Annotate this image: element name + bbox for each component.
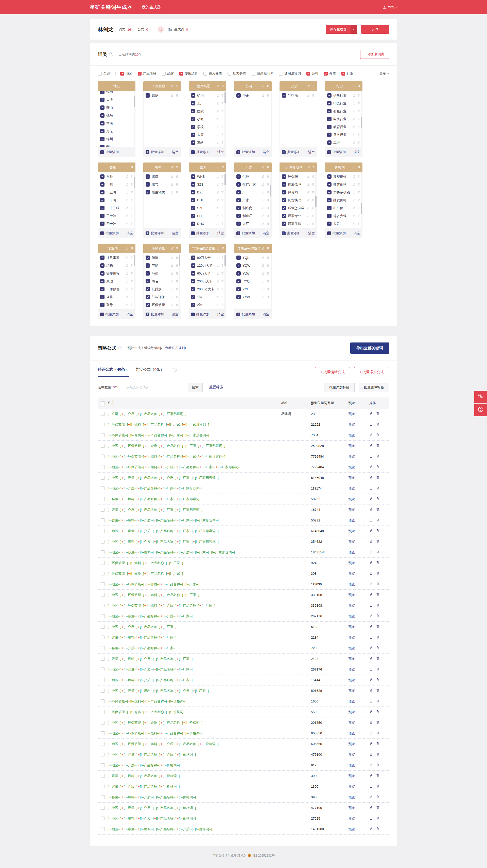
edit-icon[interactable] (369, 507, 373, 512)
delete-icon[interactable] (266, 93, 269, 98)
row-checkbox[interactable] (101, 827, 105, 831)
delete-icon[interactable] (357, 182, 360, 187)
word-checkbox[interactable] (282, 214, 286, 218)
edit-icon[interactable] (369, 593, 373, 597)
delete-icon[interactable] (266, 84, 269, 89)
edit-icon[interactable] (369, 497, 373, 501)
search-input[interactable] (123, 383, 188, 392)
word-checkbox[interactable] (100, 190, 105, 194)
edit-icon[interactable] (369, 720, 373, 725)
edit-icon[interactable] (352, 84, 355, 89)
help-float-button[interactable]: ? (474, 404, 487, 416)
edit-icon[interactable] (217, 246, 220, 251)
edit-icon[interactable] (216, 279, 219, 284)
delete-icon[interactable] (376, 795, 379, 800)
delete-icon[interactable] (221, 125, 224, 129)
row-checkbox[interactable] (101, 487, 105, 490)
delete-icon[interactable] (266, 255, 269, 260)
delete-icon[interactable] (376, 507, 379, 512)
delete-icon[interactable] (376, 550, 379, 555)
delete-icon[interactable] (376, 784, 379, 789)
edit-icon[interactable] (216, 295, 219, 300)
delete-icon[interactable] (376, 454, 379, 459)
delete-icon[interactable] (312, 214, 315, 218)
word-checkbox[interactable] (191, 206, 195, 210)
edit-icon[interactable] (369, 571, 373, 576)
delete-icon[interactable] (376, 806, 379, 810)
preview-link[interactable]: 预览 (348, 508, 355, 512)
edit-icon[interactable] (261, 287, 264, 291)
delete-icon[interactable] (376, 678, 379, 682)
row-checkbox[interactable] (101, 423, 105, 426)
word-checkbox[interactable] (191, 287, 195, 291)
word-checkbox[interactable] (191, 182, 195, 187)
edit-icon[interactable] (307, 93, 310, 98)
edit-icon[interactable] (261, 93, 264, 98)
delete-icon[interactable] (376, 731, 379, 736)
save-dropdown-caret-icon[interactable]: ∨ (350, 25, 357, 34)
delete-icon[interactable] (312, 206, 315, 210)
edit-icon[interactable] (216, 287, 219, 291)
edit-icon[interactable] (369, 475, 373, 480)
delete-icon[interactable] (221, 175, 224, 179)
edit-icon[interactable] (261, 190, 264, 195)
edit-icon[interactable] (369, 614, 373, 619)
delete-icon[interactable] (312, 198, 315, 203)
word-checkbox[interactable] (191, 132, 195, 137)
edit-icon[interactable] (171, 175, 174, 179)
word-checkbox[interactable] (191, 279, 195, 283)
row-checkbox[interactable] (101, 550, 105, 554)
row-checkbox[interactable] (101, 774, 105, 778)
formula-rules-link[interactable]: 查看公式规则> (165, 346, 187, 350)
edit-icon[interactable] (125, 246, 128, 251)
edit-icon[interactable] (216, 109, 219, 114)
preview-link[interactable]: 预览 (348, 529, 355, 533)
edit-icon[interactable] (171, 190, 174, 195)
delete-icon[interactable] (357, 117, 360, 121)
edit-icon[interactable] (262, 165, 265, 169)
delete-icon[interactable] (221, 93, 224, 98)
edit-icon[interactable] (369, 699, 373, 704)
edit-icon[interactable] (352, 117, 355, 121)
delete-icon[interactable] (266, 279, 269, 284)
delete-icon[interactable] (376, 699, 379, 704)
row-checkbox[interactable] (101, 412, 105, 416)
clear-button[interactable]: 清空 (172, 231, 178, 236)
row-checkbox[interactable] (101, 476, 105, 479)
edit-icon[interactable] (369, 646, 373, 650)
delete-icon[interactable] (376, 657, 379, 661)
edit-icon[interactable] (369, 625, 373, 629)
edit-icon[interactable] (125, 279, 128, 284)
word-checkbox[interactable] (100, 145, 105, 147)
edit-icon[interactable] (171, 165, 174, 169)
edit-icon[interactable] (369, 657, 373, 661)
export-all-keywords-button[interactable]: 导出全部关键词 (350, 342, 389, 354)
edit-icon[interactable] (125, 295, 128, 300)
delete-icon[interactable] (221, 206, 224, 210)
word-checkbox[interactable] (191, 214, 195, 218)
edit-icon[interactable] (369, 518, 373, 523)
word-checkbox[interactable] (100, 287, 105, 291)
word-checkbox[interactable] (100, 198, 105, 202)
word-checkbox[interactable] (327, 175, 332, 179)
select-all-checkbox[interactable] (101, 401, 105, 405)
preview-link[interactable]: 预览 (348, 721, 355, 724)
edit-icon[interactable] (125, 271, 128, 276)
filter-checkbox-4[interactable]: 使用场景 (179, 71, 198, 76)
delete-icon[interactable] (357, 109, 360, 114)
edit-icon[interactable] (171, 271, 174, 276)
delete-icon[interactable] (130, 190, 133, 195)
row-checkbox[interactable] (101, 795, 105, 799)
preview-link[interactable]: 预览 (348, 487, 355, 490)
edit-icon[interactable] (307, 198, 310, 203)
word-checkbox[interactable] (236, 214, 241, 218)
delete-icon[interactable] (357, 198, 360, 203)
edit-icon[interactable] (352, 190, 355, 195)
word-checkbox[interactable] (146, 190, 150, 194)
edit-icon[interactable] (352, 222, 355, 226)
word-checkbox[interactable] (282, 175, 286, 179)
word-checkbox[interactable] (191, 141, 195, 145)
edit-icon[interactable] (216, 271, 219, 276)
preview-link[interactable]: 预览 (348, 519, 355, 522)
word-checkbox[interactable] (236, 279, 241, 283)
